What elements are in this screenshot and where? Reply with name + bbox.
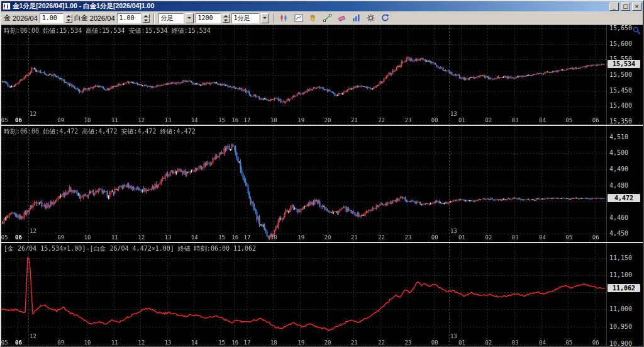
x-axis-hour-label: 01 <box>458 234 465 241</box>
separator <box>153 13 155 23</box>
minimize-button[interactable]: _ <box>609 3 619 11</box>
y-axis-label: 15,350 <box>609 118 632 125</box>
date-marker-label: 12 <box>30 111 36 117</box>
step-up-button[interactable] <box>143 14 150 18</box>
x-axis-hour-label: 15 <box>218 117 225 123</box>
x-axis-hour-label: 12 <box>138 339 145 346</box>
chart-area: 時刻:06:00 始値:15,534 高値:15,534 安値:15,534 終… <box>1 25 643 347</box>
step-up-button[interactable] <box>65 14 72 18</box>
x-axis-hour-label: 23 <box>405 234 412 241</box>
spread-line-canvas[interactable] <box>1 243 606 347</box>
x-axis-hour-label: 14 <box>191 117 198 123</box>
x-axis-hour-label: 09 <box>57 117 64 123</box>
x-axis-hour-label: 22 <box>378 117 385 123</box>
step-down-button[interactable] <box>65 18 72 23</box>
app-icon <box>3 3 11 10</box>
x-axis-hour-label: 05 <box>1 117 8 123</box>
x-axis-hour-label: 13 <box>165 234 172 241</box>
x-axis-hour-label: 21 <box>351 117 358 123</box>
y-axis-label: 11,000 <box>609 305 632 312</box>
platinum-candlestick-canvas[interactable] <box>1 126 606 242</box>
toolbar: 金 2026/04 1.00 白金 2026/04 1.00 分足 1200 1… <box>1 11 643 25</box>
platinum-y-axis: 4,472 4,5104,5004,4904,4804,4604,450 <box>606 126 643 242</box>
platinum-chart-panel: 時刻:06:00 始値:4,472 高値:4,472 安値:4,472 終値:4… <box>1 126 643 242</box>
x-axis-hour-label: 23 <box>405 339 412 346</box>
gold-multiplier-input[interactable]: 1.00 <box>40 13 64 23</box>
period-type-dropdown-button[interactable] <box>186 13 194 23</box>
period-type-combobox[interactable]: 分足 <box>158 13 184 23</box>
x-axis-hour-label: 18 <box>270 117 277 123</box>
x-axis-hour-label: 03 <box>512 117 519 123</box>
step-up-button[interactable] <box>223 14 230 18</box>
x-axis-hour-label: 05 <box>1 339 8 346</box>
gold-plot[interactable]: 時刻:06:00 始値:15,534 高値:15,534 安値:15,534 終… <box>1 25 606 125</box>
platinum-ohlc-readout: 時刻:06:00 始値:4,472 高値:4,472 安値:4,472 終値:4… <box>4 127 196 136</box>
y-axis-label: 15,600 <box>609 40 632 47</box>
x-axis-hour-label: 18 <box>270 339 277 346</box>
date-marker-label: 13 <box>450 228 457 234</box>
x-axis-hour-label: 14 <box>191 234 198 241</box>
step-down-button[interactable] <box>223 18 230 23</box>
y-axis-label: 15,650 <box>609 25 632 31</box>
x-axis-hour-label: 22 <box>378 234 385 241</box>
chart-window-icon[interactable] <box>292 13 305 23</box>
magnifier-icon[interactable] <box>633 26 641 37</box>
hand-icon[interactable] <box>307 13 319 23</box>
y-axis-label: 4,480 <box>609 182 628 189</box>
x-axis-hour-label: 19 <box>297 117 304 123</box>
x-axis-hour-label: 21 <box>351 339 358 346</box>
platinum-multiplier-input[interactable]: 1.00 <box>117 13 141 23</box>
x-axis-hour-label: 19 <box>297 234 304 241</box>
y-axis-label: 11,150 <box>609 254 632 261</box>
gear-icon[interactable] <box>365 13 377 23</box>
maximize-button[interactable]: □ <box>621 3 630 11</box>
step-down-button[interactable] <box>143 18 150 23</box>
gold-multiplier-stepper[interactable] <box>65 14 72 23</box>
x-axis-hour-label: 01 <box>458 117 465 123</box>
x-axis-hour-label: 17 <box>244 117 251 123</box>
date-marker-label: 13 <box>450 333 457 339</box>
chart-window: 金1分足[2026/04]1.00 - 白金1分足[2026/04]1.00 _… <box>0 0 644 347</box>
histogram-icon[interactable] <box>350 13 363 23</box>
x-axis-hour-label: 03 <box>512 339 519 346</box>
spread-readout: [金 26/04 15,534×1.00]-[白金 26/04 4,472×1.… <box>4 244 256 253</box>
y-axis-label: 4,510 <box>609 134 628 140</box>
title-bar[interactable]: 金1分足[2026/04]1.00 - 白金1分足[2026/04]1.00 _… <box>1 1 643 11</box>
interval-combobox[interactable]: 1分足 <box>231 13 259 23</box>
x-axis-hour-label: 21 <box>351 234 358 241</box>
refresh-icon[interactable] <box>379 13 392 23</box>
bar-count-input[interactable]: 1200 <box>196 13 221 23</box>
close-button[interactable]: × <box>632 3 641 11</box>
gold-candlestick-canvas[interactable] <box>1 25 606 125</box>
x-axis-hour-label: 10 <box>84 234 91 241</box>
x-axis-hour-label: 04 <box>539 234 546 241</box>
x-axis-hour-label: 22 <box>378 339 385 346</box>
platinum-multiplier-stepper[interactable] <box>143 14 150 23</box>
platinum-plot[interactable]: 時刻:06:00 始値:4,472 高値:4,472 安値:4,472 終値:4… <box>1 126 606 242</box>
spread-plot[interactable]: [金 26/04 15,534×1.00]-[白金 26/04 4,472×1.… <box>1 243 606 347</box>
x-axis-hour-label: 16 <box>231 117 238 123</box>
x-axis-hour-label: 13 <box>165 117 172 123</box>
window-title: 金1分足[2026/04]1.00 - 白金1分足[2026/04]1.00 <box>13 2 608 11</box>
x-axis-hour-label: 06 <box>592 234 599 241</box>
x-axis-hour-label: 05 <box>1 234 8 241</box>
x-axis-hour-label: 04 <box>539 339 546 346</box>
interval-dropdown-button[interactable] <box>261 13 269 23</box>
gold-label: 金 <box>4 13 11 23</box>
y-axis-label: 4,500 <box>609 149 628 156</box>
spread-y-axis: 11,062 11,15011,10011,00010,95010,900 <box>606 243 643 347</box>
x-axis-hour-label: 16 <box>231 234 238 241</box>
x-axis-hour-label: 02 <box>485 117 492 123</box>
eraser-icon[interactable] <box>336 13 348 23</box>
x-axis-hour-label: 05 <box>565 339 572 346</box>
x-axis-hour-label: 06 <box>15 117 22 123</box>
x-axis-hour-label: 16 <box>231 339 238 346</box>
x-axis-hour-label: 02 <box>485 234 492 241</box>
bar-count-stepper[interactable] <box>223 14 230 23</box>
candlestick-chart-icon[interactable] <box>278 13 291 23</box>
x-axis-hour-label: 11 <box>111 339 118 346</box>
x-axis-hour-label: 00 <box>431 234 438 241</box>
x-axis-hour-label: 17 <box>244 339 251 346</box>
date-marker-label: 12 <box>30 333 36 339</box>
trendline-icon[interactable] <box>321 13 334 23</box>
